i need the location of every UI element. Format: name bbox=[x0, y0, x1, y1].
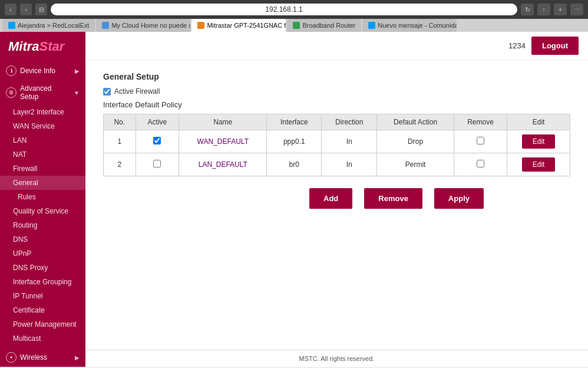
sidebar-label-device-info: Device Info bbox=[20, 67, 55, 75]
forward-button[interactable]: › bbox=[20, 4, 32, 15]
tab-1[interactable]: Alejandra > RedLocalExt bbox=[2, 19, 95, 32]
action-row: Add Remove Apply bbox=[103, 188, 570, 209]
main-content: 1234 Logout General Setup Active Firewal… bbox=[85, 32, 588, 367]
col-name: Name bbox=[179, 114, 267, 130]
row2-edit-button[interactable]: Edit bbox=[522, 157, 556, 172]
sidebar-item-layer2[interactable]: Layer2 Interface bbox=[0, 105, 85, 119]
row2-name[interactable]: LAN_DEFAULT bbox=[179, 153, 267, 176]
sidebar-item-routing[interactable]: Routing bbox=[0, 218, 85, 232]
tab-4[interactable]: Broadband Router bbox=[287, 19, 361, 32]
row2-remove-checkbox[interactable] bbox=[477, 160, 484, 167]
row1-active bbox=[136, 130, 179, 153]
row2-active-checkbox[interactable] bbox=[153, 160, 161, 167]
wireless-arrow: ▶ bbox=[75, 354, 80, 361]
firewall-table: No. Active Name Interface Direction Defa… bbox=[103, 114, 570, 176]
user-id: 1234 bbox=[508, 41, 526, 50]
refresh-button[interactable]: ↻ bbox=[521, 4, 534, 15]
sidebar-item-dns[interactable]: DNS bbox=[0, 232, 85, 247]
row2-edit: Edit bbox=[507, 153, 570, 176]
row1-edit: Edit bbox=[507, 130, 570, 153]
col-edit: Edit bbox=[507, 114, 570, 130]
sidebar-item-firewall[interactable]: Firewall bbox=[0, 162, 85, 176]
col-interface: Interface bbox=[267, 114, 322, 130]
sidebar-label-advanced-setup: Advanced Setup bbox=[20, 84, 70, 101]
row1-no: 1 bbox=[104, 130, 136, 153]
tab-label-1: Alejandra > RedLocalExt bbox=[18, 22, 89, 29]
device-info-arrow: ▶ bbox=[75, 68, 80, 74]
url-bar[interactable]: 192.168.1.1 bbox=[51, 4, 517, 15]
row1-action: Drop bbox=[377, 130, 454, 153]
advanced-setup-icon: ⚙ bbox=[6, 87, 16, 98]
tab-label-2: My Cloud Home no puede conectarse o e... bbox=[111, 22, 190, 29]
tab-5[interactable]: Nuevo mensaje - Comunidad Movistar bbox=[362, 19, 457, 32]
active-firewall-checkbox[interactable] bbox=[103, 88, 111, 96]
col-active: Active bbox=[136, 114, 179, 130]
row1-name[interactable]: WAN_DEFAULT bbox=[179, 130, 267, 153]
section-title: General Setup bbox=[103, 72, 570, 81]
row1-remove-checkbox[interactable] bbox=[477, 137, 484, 144]
sidebar-item-ip-tunnel[interactable]: IP Tunnel bbox=[0, 289, 85, 303]
menu-button[interactable]: ⋯ bbox=[570, 4, 583, 15]
col-remove: Remove bbox=[454, 114, 507, 130]
browser-chrome: ‹ › ⊟ 192.168.1.1 ↻ ↑ + ⋯ bbox=[0, 0, 588, 19]
sidebar: MitraStar ℹ Device Info ▶ ⚙ Advanced Set… bbox=[0, 32, 85, 367]
tab-favicon-2 bbox=[102, 22, 109, 29]
col-no: No. bbox=[104, 114, 136, 130]
row1-interface: ppp0.1 bbox=[267, 130, 322, 153]
row2-remove bbox=[454, 153, 507, 176]
wireless-icon bbox=[6, 352, 16, 363]
sidebar-item-dns-proxy[interactable]: DNS Proxy bbox=[0, 261, 85, 275]
sidebar-item-qos[interactable]: Quality of Service bbox=[0, 204, 85, 218]
device-info-icon: ℹ bbox=[6, 65, 16, 76]
row2-no: 2 bbox=[104, 153, 136, 176]
tab-3[interactable]: Mitrastar GPT-2541GNAC firewall - Bus... bbox=[191, 19, 286, 32]
add-button[interactable]: Add bbox=[309, 188, 352, 209]
footer-text: MSTC. All rights reserved. bbox=[299, 355, 375, 362]
logo: MitraStar bbox=[0, 32, 85, 61]
remove-button[interactable]: Remove bbox=[364, 188, 422, 209]
sidebar-item-power-mgmt[interactable]: Power Management bbox=[0, 317, 85, 331]
row1-direction: In bbox=[322, 130, 377, 153]
row2-interface: br0 bbox=[267, 153, 322, 176]
sidebar-item-upnp[interactable]: UPnP bbox=[0, 247, 85, 261]
sidebar-item-rules[interactable]: Rules bbox=[0, 190, 85, 204]
sidebar-item-iface-group[interactable]: Interface Grouping bbox=[0, 275, 85, 289]
row2-name-link[interactable]: LAN_DEFAULT bbox=[199, 160, 247, 169]
sidebar-item-device-info[interactable]: ℹ Device Info ▶ bbox=[0, 61, 85, 80]
tab-favicon-3 bbox=[197, 22, 204, 29]
col-default-action: Default Action bbox=[377, 114, 454, 130]
active-firewall-label: Active Firewall bbox=[114, 87, 160, 96]
back-button[interactable]: ‹ bbox=[5, 4, 16, 15]
sidebar-item-wireless[interactable]: Wireless ▶ bbox=[0, 348, 85, 367]
window-button[interactable]: ⊟ bbox=[35, 4, 47, 15]
tab-favicon-1 bbox=[8, 22, 15, 29]
logo-text: MitraStar bbox=[8, 39, 64, 54]
browser-tabs: Alejandra > RedLocalExt My Cloud Home no… bbox=[0, 19, 588, 32]
row1-active-checkbox[interactable] bbox=[153, 137, 161, 144]
tab-label-4: Broadband Router bbox=[302, 22, 355, 29]
sidebar-label-wireless: Wireless bbox=[20, 353, 47, 362]
sidebar-item-multicast[interactable]: Multicast bbox=[0, 331, 85, 346]
advanced-setup-arrow: ▼ bbox=[74, 90, 80, 96]
logout-button[interactable]: Logout bbox=[531, 37, 579, 55]
row1-edit-button[interactable]: Edit bbox=[522, 134, 556, 149]
row2-active bbox=[136, 153, 179, 176]
add-tab-button[interactable]: + bbox=[554, 4, 567, 15]
sidebar-item-advanced-setup[interactable]: ⚙ Advanced Setup ▼ bbox=[0, 80, 85, 105]
sidebar-item-certificate[interactable]: Certificate bbox=[0, 303, 85, 317]
sidebar-item-lan[interactable]: LAN bbox=[0, 133, 85, 147]
row1-remove bbox=[454, 130, 507, 153]
tab-favicon-5 bbox=[368, 22, 375, 29]
apply-button[interactable]: Apply bbox=[434, 188, 484, 209]
sidebar-item-nat[interactable]: NAT bbox=[0, 147, 85, 162]
sidebar-item-wan[interactable]: WAN Service bbox=[0, 119, 85, 133]
footer: MSTC. All rights reserved. bbox=[85, 350, 588, 367]
row1-name-link[interactable]: WAN_DEFAULT bbox=[197, 137, 249, 146]
share-button[interactable]: ↑ bbox=[537, 4, 550, 15]
main-header: 1234 Logout bbox=[85, 32, 588, 60]
row2-action: Permit bbox=[377, 153, 454, 176]
content-area: General Setup Active Firewall Interface … bbox=[85, 60, 588, 350]
tab-label-5: Nuevo mensaje - Comunidad Movistar bbox=[378, 22, 457, 29]
tab-2[interactable]: My Cloud Home no puede conectarse o e... bbox=[96, 19, 190, 32]
sidebar-item-general[interactable]: General bbox=[0, 176, 85, 190]
